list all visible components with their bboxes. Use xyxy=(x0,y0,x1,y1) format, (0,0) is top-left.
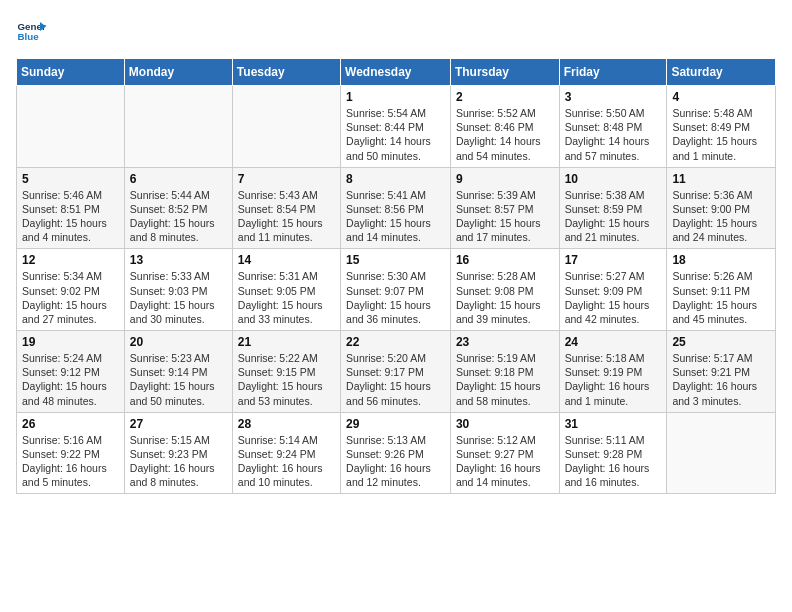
calendar-cell xyxy=(232,86,340,168)
calendar-cell: 5Sunrise: 5:46 AM Sunset: 8:51 PM Daylig… xyxy=(17,167,125,249)
day-number: 31 xyxy=(565,417,662,431)
day-number: 8 xyxy=(346,172,445,186)
day-number: 15 xyxy=(346,253,445,267)
day-number: 2 xyxy=(456,90,554,104)
calendar-cell: 23Sunrise: 5:19 AM Sunset: 9:18 PM Dayli… xyxy=(450,331,559,413)
day-number: 27 xyxy=(130,417,227,431)
day-number: 1 xyxy=(346,90,445,104)
calendar-cell: 4Sunrise: 5:48 AM Sunset: 8:49 PM Daylig… xyxy=(667,86,776,168)
day-info: Sunrise: 5:41 AM Sunset: 8:56 PM Dayligh… xyxy=(346,188,445,245)
calendar-cell: 22Sunrise: 5:20 AM Sunset: 9:17 PM Dayli… xyxy=(341,331,451,413)
day-number: 17 xyxy=(565,253,662,267)
calendar-cell: 16Sunrise: 5:28 AM Sunset: 9:08 PM Dayli… xyxy=(450,249,559,331)
day-number: 4 xyxy=(672,90,770,104)
day-info: Sunrise: 5:16 AM Sunset: 9:22 PM Dayligh… xyxy=(22,433,119,490)
col-header-thursday: Thursday xyxy=(450,59,559,86)
day-info: Sunrise: 5:19 AM Sunset: 9:18 PM Dayligh… xyxy=(456,351,554,408)
calendar-cell xyxy=(17,86,125,168)
calendar-cell xyxy=(667,412,776,494)
day-info: Sunrise: 5:20 AM Sunset: 9:17 PM Dayligh… xyxy=(346,351,445,408)
day-number: 24 xyxy=(565,335,662,349)
day-number: 20 xyxy=(130,335,227,349)
day-info: Sunrise: 5:28 AM Sunset: 9:08 PM Dayligh… xyxy=(456,269,554,326)
page-header: General Blue xyxy=(16,16,776,46)
day-number: 26 xyxy=(22,417,119,431)
day-info: Sunrise: 5:22 AM Sunset: 9:15 PM Dayligh… xyxy=(238,351,335,408)
day-number: 9 xyxy=(456,172,554,186)
day-info: Sunrise: 5:26 AM Sunset: 9:11 PM Dayligh… xyxy=(672,269,770,326)
col-header-monday: Monday xyxy=(124,59,232,86)
day-info: Sunrise: 5:54 AM Sunset: 8:44 PM Dayligh… xyxy=(346,106,445,163)
calendar-cell: 15Sunrise: 5:30 AM Sunset: 9:07 PM Dayli… xyxy=(341,249,451,331)
day-info: Sunrise: 5:30 AM Sunset: 9:07 PM Dayligh… xyxy=(346,269,445,326)
calendar-cell: 29Sunrise: 5:13 AM Sunset: 9:26 PM Dayli… xyxy=(341,412,451,494)
day-info: Sunrise: 5:11 AM Sunset: 9:28 PM Dayligh… xyxy=(565,433,662,490)
day-number: 28 xyxy=(238,417,335,431)
day-number: 5 xyxy=(22,172,119,186)
calendar-week-5: 26Sunrise: 5:16 AM Sunset: 9:22 PM Dayli… xyxy=(17,412,776,494)
calendar-week-1: 1Sunrise: 5:54 AM Sunset: 8:44 PM Daylig… xyxy=(17,86,776,168)
calendar-cell: 21Sunrise: 5:22 AM Sunset: 9:15 PM Dayli… xyxy=(232,331,340,413)
calendar-cell: 18Sunrise: 5:26 AM Sunset: 9:11 PM Dayli… xyxy=(667,249,776,331)
day-number: 23 xyxy=(456,335,554,349)
day-number: 16 xyxy=(456,253,554,267)
day-number: 6 xyxy=(130,172,227,186)
day-info: Sunrise: 5:34 AM Sunset: 9:02 PM Dayligh… xyxy=(22,269,119,326)
calendar-cell: 20Sunrise: 5:23 AM Sunset: 9:14 PM Dayli… xyxy=(124,331,232,413)
col-header-friday: Friday xyxy=(559,59,667,86)
day-info: Sunrise: 5:12 AM Sunset: 9:27 PM Dayligh… xyxy=(456,433,554,490)
day-info: Sunrise: 5:14 AM Sunset: 9:24 PM Dayligh… xyxy=(238,433,335,490)
calendar-week-3: 12Sunrise: 5:34 AM Sunset: 9:02 PM Dayli… xyxy=(17,249,776,331)
svg-text:Blue: Blue xyxy=(18,31,40,42)
logo: General Blue xyxy=(16,16,50,46)
day-number: 18 xyxy=(672,253,770,267)
calendar-cell: 26Sunrise: 5:16 AM Sunset: 9:22 PM Dayli… xyxy=(17,412,125,494)
calendar-cell: 7Sunrise: 5:43 AM Sunset: 8:54 PM Daylig… xyxy=(232,167,340,249)
calendar-week-4: 19Sunrise: 5:24 AM Sunset: 9:12 PM Dayli… xyxy=(17,331,776,413)
calendar-cell: 19Sunrise: 5:24 AM Sunset: 9:12 PM Dayli… xyxy=(17,331,125,413)
logo-icon: General Blue xyxy=(16,16,46,46)
day-number: 10 xyxy=(565,172,662,186)
day-info: Sunrise: 5:24 AM Sunset: 9:12 PM Dayligh… xyxy=(22,351,119,408)
calendar-cell: 1Sunrise: 5:54 AM Sunset: 8:44 PM Daylig… xyxy=(341,86,451,168)
calendar-cell: 10Sunrise: 5:38 AM Sunset: 8:59 PM Dayli… xyxy=(559,167,667,249)
day-info: Sunrise: 5:48 AM Sunset: 8:49 PM Dayligh… xyxy=(672,106,770,163)
day-info: Sunrise: 5:33 AM Sunset: 9:03 PM Dayligh… xyxy=(130,269,227,326)
day-info: Sunrise: 5:27 AM Sunset: 9:09 PM Dayligh… xyxy=(565,269,662,326)
calendar-cell: 12Sunrise: 5:34 AM Sunset: 9:02 PM Dayli… xyxy=(17,249,125,331)
day-info: Sunrise: 5:18 AM Sunset: 9:19 PM Dayligh… xyxy=(565,351,662,408)
calendar-cell: 11Sunrise: 5:36 AM Sunset: 9:00 PM Dayli… xyxy=(667,167,776,249)
day-info: Sunrise: 5:52 AM Sunset: 8:46 PM Dayligh… xyxy=(456,106,554,163)
day-info: Sunrise: 5:38 AM Sunset: 8:59 PM Dayligh… xyxy=(565,188,662,245)
calendar-cell xyxy=(124,86,232,168)
day-info: Sunrise: 5:46 AM Sunset: 8:51 PM Dayligh… xyxy=(22,188,119,245)
day-info: Sunrise: 5:13 AM Sunset: 9:26 PM Dayligh… xyxy=(346,433,445,490)
calendar-cell: 8Sunrise: 5:41 AM Sunset: 8:56 PM Daylig… xyxy=(341,167,451,249)
calendar-cell: 30Sunrise: 5:12 AM Sunset: 9:27 PM Dayli… xyxy=(450,412,559,494)
day-number: 29 xyxy=(346,417,445,431)
day-number: 25 xyxy=(672,335,770,349)
calendar-cell: 27Sunrise: 5:15 AM Sunset: 9:23 PM Dayli… xyxy=(124,412,232,494)
day-info: Sunrise: 5:50 AM Sunset: 8:48 PM Dayligh… xyxy=(565,106,662,163)
calendar-cell: 28Sunrise: 5:14 AM Sunset: 9:24 PM Dayli… xyxy=(232,412,340,494)
calendar-cell: 31Sunrise: 5:11 AM Sunset: 9:28 PM Dayli… xyxy=(559,412,667,494)
day-number: 11 xyxy=(672,172,770,186)
col-header-saturday: Saturday xyxy=(667,59,776,86)
calendar-cell: 14Sunrise: 5:31 AM Sunset: 9:05 PM Dayli… xyxy=(232,249,340,331)
col-header-wednesday: Wednesday xyxy=(341,59,451,86)
day-info: Sunrise: 5:43 AM Sunset: 8:54 PM Dayligh… xyxy=(238,188,335,245)
day-number: 21 xyxy=(238,335,335,349)
day-info: Sunrise: 5:23 AM Sunset: 9:14 PM Dayligh… xyxy=(130,351,227,408)
calendar-cell: 6Sunrise: 5:44 AM Sunset: 8:52 PM Daylig… xyxy=(124,167,232,249)
day-info: Sunrise: 5:36 AM Sunset: 9:00 PM Dayligh… xyxy=(672,188,770,245)
day-number: 3 xyxy=(565,90,662,104)
day-info: Sunrise: 5:15 AM Sunset: 9:23 PM Dayligh… xyxy=(130,433,227,490)
day-number: 14 xyxy=(238,253,335,267)
calendar-cell: 3Sunrise: 5:50 AM Sunset: 8:48 PM Daylig… xyxy=(559,86,667,168)
day-number: 12 xyxy=(22,253,119,267)
calendar-cell: 25Sunrise: 5:17 AM Sunset: 9:21 PM Dayli… xyxy=(667,331,776,413)
day-info: Sunrise: 5:17 AM Sunset: 9:21 PM Dayligh… xyxy=(672,351,770,408)
col-header-tuesday: Tuesday xyxy=(232,59,340,86)
col-header-sunday: Sunday xyxy=(17,59,125,86)
calendar-table: SundayMondayTuesdayWednesdayThursdayFrid… xyxy=(16,58,776,494)
